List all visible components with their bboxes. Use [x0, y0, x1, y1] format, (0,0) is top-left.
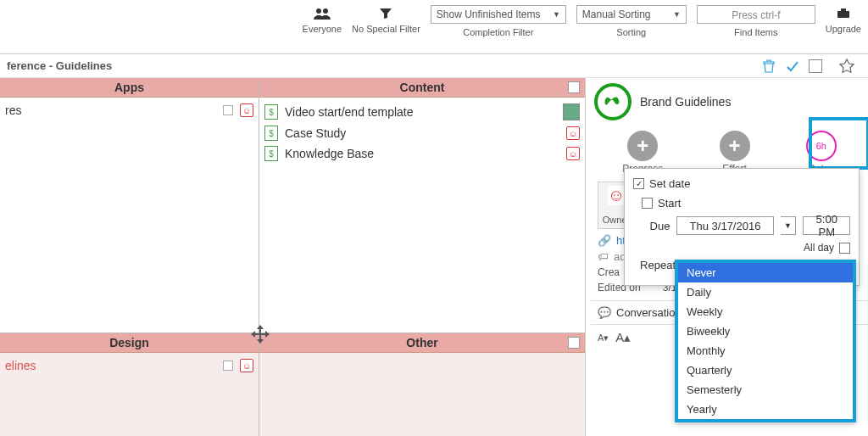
svg-point-1 — [323, 8, 328, 14]
owner-avatar-icon: ☺ — [566, 126, 580, 140]
repeat-label: Repeat — [633, 259, 676, 271]
find-label: Find Items — [734, 27, 777, 37]
completion-label: Completion Filter — [463, 27, 533, 37]
list-item[interactable]: $ Video start/end template — [259, 101, 585, 123]
due-date-input[interactable]: Thu 3/17/2016 — [676, 216, 773, 235]
filter-everyone-label: Everyone — [303, 24, 342, 34]
link-icon: 🔗 — [598, 234, 611, 247]
checkbox[interactable] — [223, 105, 233, 115]
upgrade-icon — [836, 5, 851, 22]
repeat-dropdown: Never Daily Weekly Biweekly Monthly Quar… — [675, 260, 856, 422]
check-icon[interactable] — [785, 59, 800, 74]
all-day-checkbox[interactable] — [839, 243, 850, 254]
breadcrumb: ference - Guidelines — [7, 59, 761, 72]
column-content: Content $ Video start/end template $ Cas… — [259, 78, 585, 333]
font-decrease[interactable]: A▾ — [598, 333, 609, 344]
repeat-option[interactable]: Quarterly — [678, 361, 853, 380]
doc-icon: $ — [264, 146, 278, 161]
filter-everyone[interactable]: Everyone — [303, 5, 342, 34]
checkbox[interactable] — [568, 337, 580, 349]
owner-avatar-icon: ☺ — [240, 359, 253, 372]
repeat-option[interactable]: Yearly — [678, 400, 853, 419]
highlight-box — [809, 117, 868, 170]
sorting-label: Sorting — [616, 27, 646, 37]
owner-avatar-icon: ☺ — [608, 186, 625, 205]
board-grid: Apps res ☺ Content $ — [0, 78, 585, 436]
checkbox[interactable] — [809, 59, 822, 73]
date-picker-toggle[interactable]: ▼ — [781, 216, 797, 235]
column-other: Other — [259, 333, 585, 436]
svg-rect-3 — [841, 8, 846, 11]
top-toolbar: Everyone No Special Filter Show Unfinish… — [0, 0, 868, 54]
funnel-icon — [379, 5, 392, 22]
star-icon[interactable] — [839, 59, 854, 74]
upgrade-button[interactable]: Upgrade — [826, 5, 861, 34]
sorting-select[interactable]: Manual Sorting ▼ — [576, 5, 687, 24]
font-increase[interactable]: A▴ — [615, 330, 631, 345]
list-item[interactable]: elines ☺ — [0, 356, 259, 375]
people-icon — [313, 5, 331, 22]
owner-avatar-icon: ☺ — [240, 103, 253, 117]
repeat-option[interactable]: Daily — [678, 282, 853, 302]
completion-filter: Show Unfinished Items ▼ Completion Filte… — [431, 5, 566, 37]
breadcrumb-row: ference - Guidelines — [0, 54, 868, 78]
tag-icon: 🏷 — [598, 250, 609, 263]
move-cross-icon[interactable] — [248, 322, 273, 348]
filter-special[interactable]: No Special Filter — [352, 5, 420, 34]
repeat-option[interactable]: Weekly — [678, 302, 853, 321]
due-time-input[interactable]: 5:00 PM — [803, 216, 850, 235]
trash-icon[interactable] — [761, 59, 776, 74]
start-checkbox[interactable]: Start — [642, 197, 681, 210]
list-item[interactable]: $ Case Study ☺ — [259, 123, 585, 143]
set-date-checkbox[interactable]: ✓ Set date — [633, 177, 690, 190]
repeat-option[interactable]: Monthly — [678, 341, 853, 361]
checkbox[interactable] — [223, 361, 233, 371]
owner-avatar-icon — [563, 103, 580, 120]
search-input[interactable]: Press ctrl-f — [697, 5, 815, 24]
repeat-option[interactable]: Biweekly — [678, 321, 853, 341]
column-header-other[interactable]: Other — [259, 333, 585, 353]
detail-title: Brand Guidelines — [640, 95, 731, 109]
column-apps: Apps res ☺ — [0, 78, 259, 333]
globe-icon — [594, 83, 632, 120]
doc-icon: $ — [264, 104, 278, 120]
column-header-content[interactable]: Content — [259, 78, 585, 98]
list-item[interactable]: $ Knowledge Base ☺ — [259, 143, 585, 164]
repeat-option[interactable]: Semesterly — [678, 380, 853, 400]
sorting-filter: Manual Sorting ▼ Sorting — [576, 5, 687, 37]
svg-point-0 — [316, 8, 321, 14]
repeat-option[interactable]: Never — [678, 263, 853, 282]
find-items: Press ctrl-f Find Items — [697, 5, 815, 37]
column-header-design[interactable]: Design — [0, 333, 259, 353]
chevron-down-icon: ▼ — [553, 10, 560, 19]
chevron-down-icon: ▼ — [673, 10, 681, 19]
all-day-label: All day — [804, 242, 834, 254]
column-header-apps[interactable]: Apps — [0, 78, 259, 98]
column-design: Design elines ☺ — [0, 333, 259, 436]
owner-avatar-icon: ☺ — [566, 147, 580, 160]
completion-select[interactable]: Show Unfinished Items ▼ — [431, 5, 566, 24]
filter-special-label: No Special Filter — [352, 24, 420, 34]
svg-rect-2 — [837, 11, 849, 18]
due-label: Due — [633, 220, 670, 232]
chat-icon: 💬 — [598, 306, 611, 319]
plus-icon: + — [627, 131, 658, 161]
list-item[interactable]: res ☺ — [0, 101, 259, 120]
upgrade-label: Upgrade — [826, 24, 861, 34]
plus-icon: + — [720, 131, 750, 161]
doc-icon: $ — [264, 126, 278, 141]
checkbox[interactable] — [568, 81, 580, 93]
